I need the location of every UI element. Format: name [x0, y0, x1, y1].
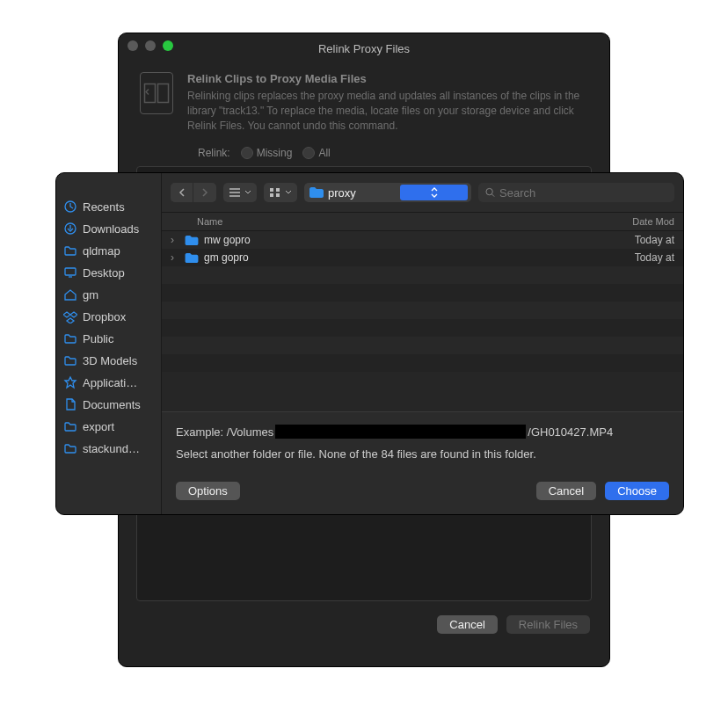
file-name: gm gopro — [204, 251, 635, 264]
search-field[interactable] — [478, 183, 674, 202]
disclosure-chevron-icon[interactable]: › — [171, 251, 179, 264]
intro-section: Relink Clips to Proxy Media Files Relink… — [119, 58, 609, 140]
file-column-header[interactable]: Name Date Mod — [162, 212, 683, 231]
app-icon — [63, 375, 77, 389]
doc-icon — [63, 397, 77, 411]
file-row-empty — [162, 319, 683, 337]
info-panel: Example: /Volumes /GH010427.MP4 Select a… — [162, 411, 683, 469]
intro-heading: Relink Clips to Proxy Media Files — [187, 72, 588, 85]
dropbox-icon — [63, 309, 77, 323]
folder-icon — [63, 243, 77, 258]
desktop-icon — [63, 265, 77, 280]
sheet-footer: Options Cancel Choose — [162, 469, 683, 514]
radio-dot-icon — [302, 147, 315, 159]
file-row-empty — [162, 337, 683, 354]
nav-arrows — [171, 183, 216, 202]
file-list[interactable]: ›mw goproToday at›gm goproToday at — [162, 231, 683, 411]
download-icon — [63, 222, 77, 236]
window-title: Relink Proxy Files — [119, 37, 609, 55]
intro-body: Relinking clips replaces the proxy media… — [187, 89, 588, 133]
sidebar-item-public[interactable]: Public — [63, 331, 157, 345]
traffic-lights[interactable] — [127, 40, 173, 51]
chevron-down-icon — [285, 190, 292, 195]
folder-icon — [63, 331, 77, 345]
cancel-button[interactable]: Cancel — [536, 482, 596, 500]
back-button[interactable] — [171, 183, 193, 202]
home-icon — [63, 287, 77, 302]
zoom-icon[interactable] — [163, 40, 173, 51]
folder-icon — [185, 235, 199, 246]
close-icon[interactable] — [127, 40, 138, 51]
col-date[interactable]: Date Mod — [632, 216, 674, 227]
sidebar-item-recents[interactable]: Recents — [63, 200, 157, 214]
path-updown-icon — [400, 185, 468, 200]
radio-dot-icon — [241, 147, 253, 159]
example-suffix: /GH010427.MP4 — [528, 425, 613, 439]
sidebar-item-label: Recents — [83, 200, 125, 214]
folder-icon — [309, 186, 324, 199]
svg-point-7 — [486, 188, 492, 194]
sidebar-item-gm[interactable]: gm — [63, 287, 157, 302]
disclosure-chevron-icon[interactable]: › — [171, 234, 179, 246]
sidebar-item-label: Public — [83, 332, 113, 345]
search-icon — [485, 187, 495, 198]
list-view-button[interactable] — [223, 183, 257, 202]
grid-view-icon — [269, 187, 281, 198]
file-row-empty — [162, 302, 683, 319]
chevron-down-icon — [244, 190, 251, 195]
sidebar-item-label: Dropbox — [83, 310, 126, 323]
icon-view-button[interactable] — [264, 183, 297, 202]
options-button[interactable]: Options — [176, 482, 240, 500]
file-date: Today at — [635, 251, 674, 264]
svg-rect-5 — [270, 193, 273, 197]
svg-rect-2 — [65, 268, 76, 275]
redacted-path — [275, 425, 526, 439]
sidebar-item-applicati-[interactable]: Applicati… — [63, 375, 157, 389]
folder-icon — [63, 353, 77, 367]
sidebar-item-label: stackund… — [83, 442, 140, 455]
sheet-main: proxy Name Date Mod ›mw goproToday at›gm… — [162, 173, 683, 514]
sidebar-item-label: Documents — [83, 398, 141, 411]
sidebar-item-qldmap[interactable]: qldmap — [63, 243, 157, 258]
file-row[interactable]: ›gm goproToday at — [162, 249, 683, 266]
radio-missing[interactable]: Missing — [241, 147, 293, 159]
relink-label: Relink: — [198, 147, 230, 159]
search-input[interactable] — [499, 186, 667, 200]
col-name[interactable]: Name — [171, 216, 632, 227]
choose-button[interactable]: Choose — [605, 482, 669, 500]
sidebar-item-label: Applicati… — [83, 376, 137, 389]
radio-all[interactable]: All — [302, 147, 330, 159]
file-chooser-sheet: RecentsDownloadsqldmapDesktopgmDropboxPu… — [55, 172, 684, 515]
clock-icon — [63, 200, 77, 214]
folder-icon — [63, 441, 77, 455]
sidebar-item-export[interactable]: export — [63, 419, 157, 433]
sidebar-item-downloads[interactable]: Downloads — [63, 222, 157, 236]
path-popup[interactable]: proxy — [304, 183, 471, 202]
sidebar-item-stackund-[interactable]: stackund… — [63, 441, 157, 455]
file-row[interactable]: ›mw goproToday at — [162, 231, 683, 249]
file-row-empty — [162, 354, 683, 372]
sidebar-item-desktop[interactable]: Desktop — [63, 265, 157, 280]
sidebar-item-label: Downloads — [83, 222, 139, 236]
sidebar-item-label: 3D Models — [83, 354, 137, 367]
minimize-icon[interactable] — [145, 40, 156, 51]
status-message: Select another folder or file. None of t… — [176, 447, 669, 461]
sidebar-item-documents[interactable]: Documents — [63, 397, 157, 411]
file-date: Today at — [635, 234, 674, 246]
sidebar-item-3d-models[interactable]: 3D Models — [63, 353, 157, 367]
bg-cancel-button[interactable]: Cancel — [437, 615, 497, 634]
sidebar-item-label: gm — [83, 288, 98, 302]
folder-icon — [185, 252, 199, 264]
svg-rect-6 — [276, 193, 280, 197]
relink-files-button[interactable]: Relink Files — [506, 615, 590, 634]
forward-button[interactable] — [193, 183, 216, 202]
bg-footer: Cancel Relink Files — [119, 608, 609, 641]
folder-icon — [63, 419, 77, 433]
sidebar-item-dropbox[interactable]: Dropbox — [63, 309, 157, 323]
example-prefix: Example: /Volumes — [176, 425, 273, 439]
path-folder-name: proxy — [328, 186, 396, 200]
sidebar-item-label: export — [83, 420, 114, 433]
sidebar-item-label: qldmap — [83, 244, 120, 258]
file-name: mw gopro — [204, 234, 635, 246]
list-view-icon — [229, 187, 241, 198]
